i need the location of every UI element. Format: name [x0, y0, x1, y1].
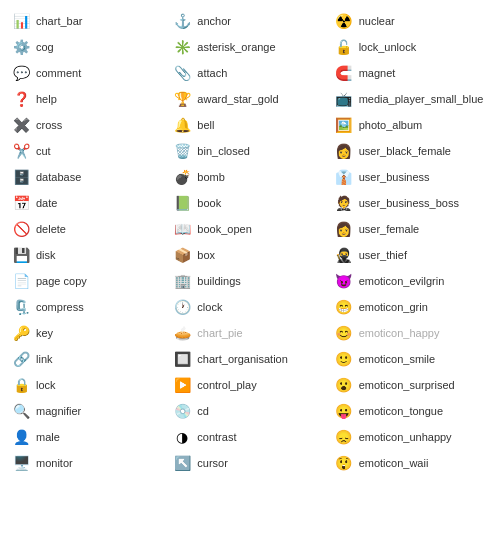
lock-label: lock — [36, 379, 56, 391]
list-item[interactable]: 🗄️database — [8, 164, 169, 190]
list-item[interactable]: 📅date — [8, 190, 169, 216]
list-item[interactable]: 💣bomb — [169, 164, 330, 190]
emoticon_surprised-icon: 😮 — [335, 376, 353, 394]
list-item[interactable]: 🏢buildings — [169, 268, 330, 294]
list-item[interactable]: 😲emoticon_waii — [331, 450, 492, 476]
icon-grid: 📊chart_bar⚙️cog💬comment❓help✖️cross✂️cut… — [8, 8, 492, 476]
help-label: help — [36, 93, 57, 105]
list-item[interactable]: 📄page copy — [8, 268, 169, 294]
list-item[interactable]: 💿cd — [169, 398, 330, 424]
emoticon_smile-label: emoticon_smile — [359, 353, 435, 365]
list-item[interactable]: 😞emoticon_unhappy — [331, 424, 492, 450]
list-item[interactable]: 😁emoticon_grin — [331, 294, 492, 320]
list-item[interactable]: 😈emoticon_evilgrin — [331, 268, 492, 294]
list-item[interactable]: 📎attach — [169, 60, 330, 86]
emoticon_evilgrin-icon: 😈 — [335, 272, 353, 290]
photo_album-label: photo_album — [359, 119, 423, 131]
chart_pie-icon: 🥧 — [173, 324, 191, 342]
monitor-icon: 🖥️ — [12, 454, 30, 472]
list-item[interactable]: 🗑️bin_closed — [169, 138, 330, 164]
award_star_gold-label: award_star_gold — [197, 93, 278, 105]
chart_bar-label: chart_bar — [36, 15, 82, 27]
column-2: ⚓anchor✳️asterisk_orange📎attach🏆award_st… — [169, 8, 330, 476]
emoticon_unhappy-label: emoticon_unhappy — [359, 431, 452, 443]
male-label: male — [36, 431, 60, 443]
media_player_small_blue-label: media_player_small_blue — [359, 93, 484, 105]
list-item[interactable]: ▶️control_play — [169, 372, 330, 398]
cd-icon: 💿 — [173, 402, 191, 420]
list-item[interactable]: 📖book_open — [169, 216, 330, 242]
list-item[interactable]: 📺media_player_small_blue — [331, 86, 492, 112]
contrast-label: contrast — [197, 431, 236, 443]
list-item[interactable]: 🖥️monitor — [8, 450, 169, 476]
help-icon: ❓ — [12, 90, 30, 108]
list-item[interactable]: 🥧chart_pie — [169, 320, 330, 346]
page_copy-label: page copy — [36, 275, 87, 287]
list-item[interactable]: 🔑key — [8, 320, 169, 346]
cursor-icon: ↖️ — [173, 454, 191, 472]
date-label: date — [36, 197, 57, 209]
list-item[interactable]: ✳️asterisk_orange — [169, 34, 330, 60]
list-item[interactable]: 🧲magnet — [331, 60, 492, 86]
list-item[interactable]: 🔓lock_unlock — [331, 34, 492, 60]
column-1: 📊chart_bar⚙️cog💬comment❓help✖️cross✂️cut… — [8, 8, 169, 476]
list-item[interactable]: ✂️cut — [8, 138, 169, 164]
list-item[interactable]: ↖️cursor — [169, 450, 330, 476]
anchor-icon: ⚓ — [173, 12, 191, 30]
user_business_boss-label: user_business_boss — [359, 197, 459, 209]
list-item[interactable]: 😛emoticon_tongue — [331, 398, 492, 424]
comment-icon: 💬 — [12, 64, 30, 82]
comment-label: comment — [36, 67, 81, 79]
list-item[interactable]: 🔒lock — [8, 372, 169, 398]
column-3: ☢️nuclear🔓lock_unlock🧲magnet📺media_playe… — [331, 8, 492, 476]
list-item[interactable]: 🚫delete — [8, 216, 169, 242]
list-item[interactable]: ✖️cross — [8, 112, 169, 138]
list-item[interactable]: ☢️nuclear — [331, 8, 492, 34]
list-item[interactable]: ⚙️cog — [8, 34, 169, 60]
cd-label: cd — [197, 405, 209, 417]
buildings-label: buildings — [197, 275, 240, 287]
list-item[interactable]: 🥷user_thief — [331, 242, 492, 268]
list-item[interactable]: ⚓anchor — [169, 8, 330, 34]
list-item[interactable]: 🔲chart_organisation — [169, 346, 330, 372]
key-icon: 🔑 — [12, 324, 30, 342]
delete-label: delete — [36, 223, 66, 235]
list-item[interactable]: 😮emoticon_surprised — [331, 372, 492, 398]
list-item[interactable]: 🔗link — [8, 346, 169, 372]
cog-icon: ⚙️ — [12, 38, 30, 56]
list-item[interactable]: 🤵user_business_boss — [331, 190, 492, 216]
bin_closed-label: bin_closed — [197, 145, 250, 157]
chart_pie-label: chart_pie — [197, 327, 242, 339]
user_business-label: user_business — [359, 171, 430, 183]
user_black_female-label: user_black_female — [359, 145, 451, 157]
list-item[interactable]: 🔍magnifier — [8, 398, 169, 424]
book-label: book — [197, 197, 221, 209]
list-item[interactable]: 🔔bell — [169, 112, 330, 138]
list-item[interactable]: 🗜️compress — [8, 294, 169, 320]
compress-label: compress — [36, 301, 84, 313]
delete-icon: 🚫 — [12, 220, 30, 238]
list-item[interactable]: 👤male — [8, 424, 169, 450]
list-item[interactable]: ❓help — [8, 86, 169, 112]
list-item[interactable]: 🏆award_star_gold — [169, 86, 330, 112]
buildings-icon: 🏢 — [173, 272, 191, 290]
clock-label: clock — [197, 301, 222, 313]
list-item[interactable]: 🙂emoticon_smile — [331, 346, 492, 372]
list-item[interactable]: 📦box — [169, 242, 330, 268]
list-item[interactable]: 💬comment — [8, 60, 169, 86]
list-item[interactable]: 🖼️photo_album — [331, 112, 492, 138]
emoticon_grin-icon: 😁 — [335, 298, 353, 316]
list-item[interactable]: 💾disk — [8, 242, 169, 268]
list-item[interactable]: 🕐clock — [169, 294, 330, 320]
list-item[interactable]: 👩user_female — [331, 216, 492, 242]
list-item[interactable]: 👔user_business — [331, 164, 492, 190]
magnet-icon: 🧲 — [335, 64, 353, 82]
list-item[interactable]: 👩user_black_female — [331, 138, 492, 164]
bomb-icon: 💣 — [173, 168, 191, 186]
list-item[interactable]: 📗book — [169, 190, 330, 216]
emoticon_waii-label: emoticon_waii — [359, 457, 429, 469]
list-item[interactable]: 😊emoticon_happy — [331, 320, 492, 346]
list-item[interactable]: ◑contrast — [169, 424, 330, 450]
cut-label: cut — [36, 145, 51, 157]
list-item[interactable]: 📊chart_bar — [8, 8, 169, 34]
